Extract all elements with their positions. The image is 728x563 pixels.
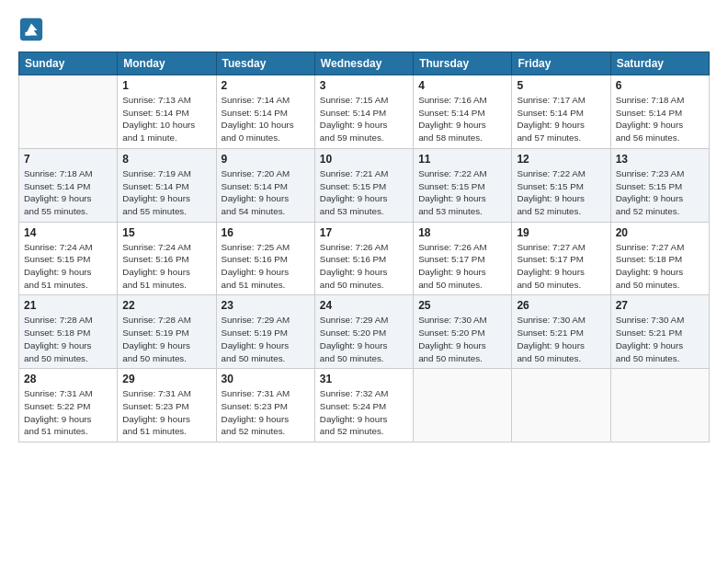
logo bbox=[18, 17, 46, 42]
day-number: 19 bbox=[517, 226, 605, 239]
calendar-cell: 9Sunrise: 7:20 AM Sunset: 5:14 PM Daylig… bbox=[216, 148, 314, 222]
day-number: 22 bbox=[122, 299, 210, 312]
calendar-cell: 14Sunrise: 7:24 AM Sunset: 5:15 PM Dayli… bbox=[19, 222, 118, 295]
weekday-header: Monday bbox=[118, 52, 216, 75]
calendar-week: 21Sunrise: 7:28 AM Sunset: 5:18 PM Dayli… bbox=[19, 295, 710, 369]
day-info: Sunrise: 7:30 AM Sunset: 5:21 PM Dayligh… bbox=[517, 314, 605, 364]
calendar-cell: 4Sunrise: 7:16 AM Sunset: 5:14 PM Daylig… bbox=[414, 75, 512, 149]
day-info: Sunrise: 7:23 AM Sunset: 5:15 PM Dayligh… bbox=[616, 167, 704, 218]
calendar-cell: 22Sunrise: 7:28 AM Sunset: 5:19 PM Dayli… bbox=[118, 295, 216, 369]
day-info: Sunrise: 7:17 AM Sunset: 5:14 PM Dayligh… bbox=[517, 94, 605, 144]
calendar-cell: 18Sunrise: 7:26 AM Sunset: 5:17 PM Dayli… bbox=[414, 222, 512, 295]
day-info: Sunrise: 7:20 AM Sunset: 5:14 PM Dayligh… bbox=[222, 167, 310, 218]
calendar-cell: 17Sunrise: 7:26 AM Sunset: 5:16 PM Dayli… bbox=[314, 222, 413, 295]
day-number: 8 bbox=[122, 153, 210, 166]
calendar-cell: 16Sunrise: 7:25 AM Sunset: 5:16 PM Dayli… bbox=[216, 222, 314, 295]
calendar-cell bbox=[512, 369, 610, 442]
day-number: 15 bbox=[122, 226, 210, 239]
calendar-week: 28Sunrise: 7:31 AM Sunset: 5:22 PM Dayli… bbox=[19, 369, 710, 442]
day-number: 10 bbox=[320, 153, 408, 166]
weekday-header: Sunday bbox=[19, 52, 118, 75]
day-number: 31 bbox=[320, 373, 408, 385]
day-number: 17 bbox=[320, 226, 408, 239]
day-info: Sunrise: 7:29 AM Sunset: 5:20 PM Dayligh… bbox=[320, 314, 408, 364]
calendar-cell: 28Sunrise: 7:31 AM Sunset: 5:22 PM Dayli… bbox=[19, 369, 118, 442]
day-number: 24 bbox=[320, 299, 408, 312]
day-info: Sunrise: 7:27 AM Sunset: 5:17 PM Dayligh… bbox=[517, 241, 605, 292]
calendar-cell: 29Sunrise: 7:31 AM Sunset: 5:23 PM Dayli… bbox=[118, 369, 216, 442]
day-info: Sunrise: 7:18 AM Sunset: 5:14 PM Dayligh… bbox=[24, 167, 112, 218]
page: SundayMondayTuesdayWednesdayThursdayFrid… bbox=[0, 0, 728, 563]
calendar-cell: 24Sunrise: 7:29 AM Sunset: 5:20 PM Dayli… bbox=[314, 295, 413, 369]
calendar-body: 1Sunrise: 7:13 AM Sunset: 5:14 PM Daylig… bbox=[19, 75, 710, 442]
day-info: Sunrise: 7:19 AM Sunset: 5:14 PM Dayligh… bbox=[122, 167, 210, 218]
day-info: Sunrise: 7:31 AM Sunset: 5:22 PM Dayligh… bbox=[24, 387, 112, 438]
day-number: 18 bbox=[418, 226, 506, 239]
calendar-cell bbox=[19, 75, 118, 149]
calendar-cell: 7Sunrise: 7:18 AM Sunset: 5:14 PM Daylig… bbox=[19, 148, 118, 222]
day-number: 6 bbox=[616, 79, 704, 92]
day-info: Sunrise: 7:31 AM Sunset: 5:23 PM Dayligh… bbox=[222, 387, 310, 438]
day-number: 4 bbox=[418, 79, 506, 92]
calendar-week: 14Sunrise: 7:24 AM Sunset: 5:15 PM Dayli… bbox=[19, 222, 710, 295]
calendar-cell bbox=[414, 369, 512, 442]
calendar-cell: 26Sunrise: 7:30 AM Sunset: 5:21 PM Dayli… bbox=[512, 295, 610, 369]
day-info: Sunrise: 7:26 AM Sunset: 5:17 PM Dayligh… bbox=[418, 241, 506, 292]
calendar-cell: 30Sunrise: 7:31 AM Sunset: 5:23 PM Dayli… bbox=[216, 369, 314, 442]
calendar: SundayMondayTuesdayWednesdayThursdayFrid… bbox=[18, 52, 710, 442]
calendar-cell: 31Sunrise: 7:32 AM Sunset: 5:24 PM Dayli… bbox=[314, 369, 413, 442]
day-info: Sunrise: 7:16 AM Sunset: 5:14 PM Dayligh… bbox=[418, 94, 506, 144]
day-info: Sunrise: 7:30 AM Sunset: 5:20 PM Dayligh… bbox=[418, 314, 506, 364]
day-number: 28 bbox=[24, 373, 112, 385]
day-number: 25 bbox=[418, 299, 506, 312]
calendar-cell: 11Sunrise: 7:22 AM Sunset: 5:15 PM Dayli… bbox=[414, 148, 512, 222]
day-info: Sunrise: 7:14 AM Sunset: 5:14 PM Dayligh… bbox=[222, 94, 310, 144]
weekday-header: Tuesday bbox=[216, 52, 314, 75]
day-info: Sunrise: 7:21 AM Sunset: 5:15 PM Dayligh… bbox=[320, 167, 408, 218]
calendar-cell: 6Sunrise: 7:18 AM Sunset: 5:14 PM Daylig… bbox=[610, 75, 709, 149]
day-number: 30 bbox=[222, 373, 310, 385]
calendar-cell: 27Sunrise: 7:30 AM Sunset: 5:21 PM Dayli… bbox=[610, 295, 709, 369]
calendar-cell: 10Sunrise: 7:21 AM Sunset: 5:15 PM Dayli… bbox=[314, 148, 413, 222]
calendar-cell: 15Sunrise: 7:24 AM Sunset: 5:16 PM Dayli… bbox=[118, 222, 216, 295]
day-number: 5 bbox=[517, 79, 605, 92]
day-number: 1 bbox=[122, 79, 210, 92]
logo-icon bbox=[18, 17, 44, 42]
day-number: 2 bbox=[222, 79, 310, 92]
day-info: Sunrise: 7:22 AM Sunset: 5:15 PM Dayligh… bbox=[517, 167, 605, 218]
calendar-week: 7Sunrise: 7:18 AM Sunset: 5:14 PM Daylig… bbox=[19, 148, 710, 222]
day-info: Sunrise: 7:29 AM Sunset: 5:19 PM Dayligh… bbox=[222, 314, 310, 364]
day-info: Sunrise: 7:26 AM Sunset: 5:16 PM Dayligh… bbox=[320, 241, 408, 292]
day-number: 20 bbox=[616, 226, 704, 239]
day-number: 3 bbox=[320, 79, 408, 92]
day-number: 26 bbox=[517, 299, 605, 312]
day-number: 21 bbox=[24, 299, 112, 312]
day-number: 13 bbox=[616, 153, 704, 166]
weekday-header: Wednesday bbox=[314, 52, 413, 75]
day-number: 27 bbox=[616, 299, 704, 312]
day-info: Sunrise: 7:25 AM Sunset: 5:16 PM Dayligh… bbox=[222, 241, 310, 292]
calendar-cell: 1Sunrise: 7:13 AM Sunset: 5:14 PM Daylig… bbox=[118, 75, 216, 149]
day-number: 23 bbox=[222, 299, 310, 312]
weekday-header: Saturday bbox=[610, 52, 709, 75]
day-info: Sunrise: 7:24 AM Sunset: 5:15 PM Dayligh… bbox=[24, 241, 112, 292]
calendar-cell: 25Sunrise: 7:30 AM Sunset: 5:20 PM Dayli… bbox=[414, 295, 512, 369]
header bbox=[18, 17, 710, 42]
calendar-cell bbox=[610, 369, 709, 442]
calendar-cell: 2Sunrise: 7:14 AM Sunset: 5:14 PM Daylig… bbox=[216, 75, 314, 149]
calendar-cell: 19Sunrise: 7:27 AM Sunset: 5:17 PM Dayli… bbox=[512, 222, 610, 295]
calendar-cell: 21Sunrise: 7:28 AM Sunset: 5:18 PM Dayli… bbox=[19, 295, 118, 369]
day-number: 11 bbox=[418, 153, 506, 166]
day-number: 7 bbox=[24, 153, 112, 166]
calendar-cell: 3Sunrise: 7:15 AM Sunset: 5:14 PM Daylig… bbox=[314, 75, 413, 149]
weekday-header: Friday bbox=[512, 52, 610, 75]
day-info: Sunrise: 7:27 AM Sunset: 5:18 PM Dayligh… bbox=[616, 241, 704, 292]
day-info: Sunrise: 7:15 AM Sunset: 5:14 PM Dayligh… bbox=[320, 94, 408, 144]
day-info: Sunrise: 7:32 AM Sunset: 5:24 PM Dayligh… bbox=[320, 387, 408, 438]
day-info: Sunrise: 7:22 AM Sunset: 5:15 PM Dayligh… bbox=[418, 167, 506, 218]
calendar-cell: 5Sunrise: 7:17 AM Sunset: 5:14 PM Daylig… bbox=[512, 75, 610, 149]
day-number: 14 bbox=[24, 226, 112, 239]
weekday-header: Thursday bbox=[414, 52, 512, 75]
svg-rect-2 bbox=[25, 32, 30, 36]
day-info: Sunrise: 7:18 AM Sunset: 5:14 PM Dayligh… bbox=[616, 94, 704, 144]
